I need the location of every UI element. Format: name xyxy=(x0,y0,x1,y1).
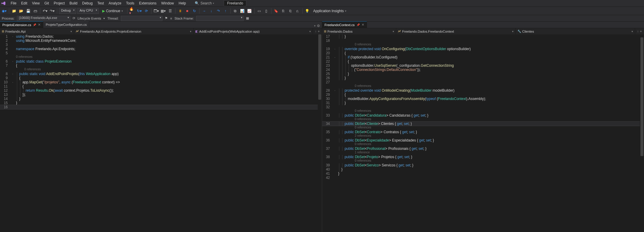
step-next-icon[interactable]: → xyxy=(201,8,207,14)
code-line[interactable]: 31│ │ } xyxy=(322,101,644,105)
code-line[interactable]: 34│ │ public DbSet<Cliente> Clientes { g… xyxy=(322,122,644,126)
nav-member-left[interactable]: ◧ AddEndPointProjeto(WebApplication app) xyxy=(194,28,313,34)
editor-right[interactable]: 17│ │ }180 references19-│ │ override pro… xyxy=(322,34,644,232)
code-line[interactable]: 37│ │ public DbSet<Profissional> Profiss… xyxy=(322,147,644,151)
nav-icon[interactable]: ▯ xyxy=(263,8,269,14)
editor-left[interactable]: 1-using Freelando.Dados;2using Microsoft… xyxy=(0,34,322,232)
codelens[interactable]: 0 references xyxy=(0,55,322,59)
code-line[interactable]: 33│ │ public DbSet<Candidatura> Candidat… xyxy=(322,113,644,117)
close-icon[interactable]: ✕ xyxy=(362,23,364,27)
menu-extensions[interactable]: Extensions xyxy=(137,1,159,6)
code-line[interactable]: 12│ │ │ return Results.Ok(await context.… xyxy=(0,88,322,93)
menu-test[interactable]: Test xyxy=(95,1,106,6)
close-icon[interactable]: ✕ xyxy=(38,23,41,27)
code-line[interactable]: 32 xyxy=(322,105,644,109)
save-icon[interactable]: 💾 xyxy=(25,8,31,14)
tab-dropdown-icon[interactable]: ▾ xyxy=(314,24,316,27)
code-line[interactable]: 11│ │ { xyxy=(0,84,322,88)
fold-toggle[interactable]: - xyxy=(11,34,15,39)
menu-debug[interactable]: Debug xyxy=(80,1,95,6)
code-line[interactable]: 29│ │ { xyxy=(322,93,644,97)
process-combo[interactable]: [10600] Freelando.Api.exe xyxy=(17,16,70,21)
perf-b-icon[interactable]: 📈 xyxy=(247,8,253,14)
code-line[interactable]: 14│ } xyxy=(0,97,322,101)
save-all-icon[interactable]: 🗃 xyxy=(32,8,38,14)
code-line[interactable]: 25│ │ │ } xyxy=(322,72,644,76)
scrollbar-left[interactable] xyxy=(318,34,322,232)
code-line[interactable]: 30│ │ │ modelBuilder.ApplyConfigurations… xyxy=(322,97,644,101)
app-insights-button[interactable]: Application Insights ▾ xyxy=(311,9,348,13)
codelens[interactable]: 0 references xyxy=(322,126,644,130)
nav-class-left[interactable]: 🗲 Freelando.Api.Endpoints.ProjetoExtensi… xyxy=(74,28,194,34)
file-tab[interactable]: FreelandoContext.cs📌✕ xyxy=(322,21,367,28)
thread-combo[interactable] xyxy=(121,16,162,21)
file-tab[interactable]: ProjetoExtension.cs📌✕ xyxy=(0,21,43,28)
lifecycle-icon[interactable]: ⟳ xyxy=(73,16,75,20)
code-line[interactable]: 17│ │ } xyxy=(322,34,644,39)
bookmark-icon[interactable]: 🔖 xyxy=(273,8,279,14)
fold-toggle[interactable]: - xyxy=(333,88,337,93)
menu-view[interactable]: View xyxy=(30,1,42,6)
code-line[interactable]: 39│ │ public DbSet<Servico> Servicos { g… xyxy=(322,163,644,167)
tool-b-icon[interactable]: ☰ xyxy=(167,8,173,14)
stack-combo[interactable] xyxy=(196,16,244,21)
codelens[interactable]: 0 references xyxy=(322,117,644,122)
hot-reload-icon[interactable]: 🔥▾ xyxy=(129,8,135,14)
tab-settings-icon[interactable]: ⚙ xyxy=(317,24,320,28)
split-icon[interactable]: ↕ xyxy=(315,30,317,33)
codelens[interactable]: 0 references xyxy=(0,68,322,72)
code-line[interactable]: 6-public static class ProjetoExtension xyxy=(0,59,322,63)
code-line[interactable]: 21-│ │ │ if (!optionsBuilder.IsConfigure… xyxy=(322,55,644,59)
code-line[interactable]: 16 xyxy=(0,105,322,109)
code-line[interactable]: 15} xyxy=(0,101,322,105)
codelens[interactable]: 0 references xyxy=(322,142,644,147)
menu-window[interactable]: Window xyxy=(159,1,176,6)
threads-icon[interactable]: ≡ xyxy=(170,17,172,20)
find-icon[interactable]: ▭ xyxy=(256,8,262,14)
codelens[interactable]: 1 reference xyxy=(322,151,644,155)
step-over-icon[interactable]: ↷ xyxy=(215,8,221,14)
nav-member-right[interactable]: 🔧 Clientes xyxy=(516,28,635,34)
code-line[interactable]: 3 xyxy=(0,43,322,47)
code-line[interactable]: 26│ │ } xyxy=(322,76,644,80)
new-project-icon[interactable]: 📁 xyxy=(11,8,17,14)
code-line[interactable]: 4namespace Freelando.Api.Endpoints; xyxy=(0,47,322,51)
menu-git[interactable]: Git xyxy=(42,1,51,6)
pin-icon[interactable]: 📌 xyxy=(357,23,360,26)
code-line[interactable]: 9│ { xyxy=(0,76,322,80)
code-line[interactable]: 23│ │ │ │ optionsBuilder.UseSqlServer(_c… xyxy=(322,63,644,68)
file-tab[interactable]: ProjetoTypeConfiguration.cs xyxy=(43,21,89,28)
bp-a-icon[interactable]: ⎘ xyxy=(280,8,286,14)
xaml-icon[interactable]: ⧉ xyxy=(232,8,238,14)
code-line[interactable]: 28-│ │ protected override void OnModelCr… xyxy=(322,88,644,93)
solution-name[interactable]: Freelando xyxy=(224,0,246,6)
code-line[interactable]: 41} xyxy=(322,171,644,176)
scrollbar-right[interactable] xyxy=(640,34,644,232)
codelens[interactable]: 0 references xyxy=(322,109,644,113)
fold-toggle[interactable]: - xyxy=(333,47,337,51)
bp-c-icon[interactable]: ⎌ xyxy=(295,8,301,14)
code-line[interactable]: 24│ │ │ │ │ ("ConnectionStrings:DefaultC… xyxy=(322,68,644,72)
pin-icon[interactable]: 📌 xyxy=(33,23,36,26)
code-line[interactable]: 8-│ public static void AddEndPointProjet… xyxy=(0,72,322,76)
menu-analyze[interactable]: Analyze xyxy=(106,1,124,6)
search-box[interactable]: 🔍 Search ▾ xyxy=(195,1,214,5)
code-line[interactable]: 36│ │ public DbSet<Especialidade> Especi… xyxy=(322,138,644,142)
menu-edit[interactable]: Edit xyxy=(19,1,30,6)
stop-icon[interactable]: ■ xyxy=(184,8,190,14)
tool-a-icon[interactable]: ▦▾ xyxy=(160,8,166,14)
code-line[interactable]: 19-│ │ override protected void OnConfigu… xyxy=(322,47,644,51)
menu-file[interactable]: File xyxy=(8,1,19,6)
continue-button[interactable]: ▶ Continue ▾ xyxy=(100,8,125,14)
code-line[interactable]: 10-│ │ app.MapGet("/projetos", async (Fr… xyxy=(0,80,322,84)
menu-tools[interactable]: Tools xyxy=(124,1,137,6)
restart-debug-icon[interactable]: ↻ xyxy=(191,8,197,14)
browser-icon[interactable]: 🗔▾ xyxy=(153,8,159,14)
platform-combo[interactable]: Any CPU xyxy=(77,8,98,14)
menu-build[interactable]: Build xyxy=(67,1,80,6)
add-icon[interactable]: + xyxy=(640,29,642,34)
code-line[interactable]: 20│ │ { xyxy=(322,51,644,55)
bp-b-icon[interactable]: ⎗ xyxy=(287,8,293,14)
step-out-icon[interactable]: ↑ xyxy=(223,8,228,14)
codelens[interactable]: 2 references xyxy=(322,134,644,138)
